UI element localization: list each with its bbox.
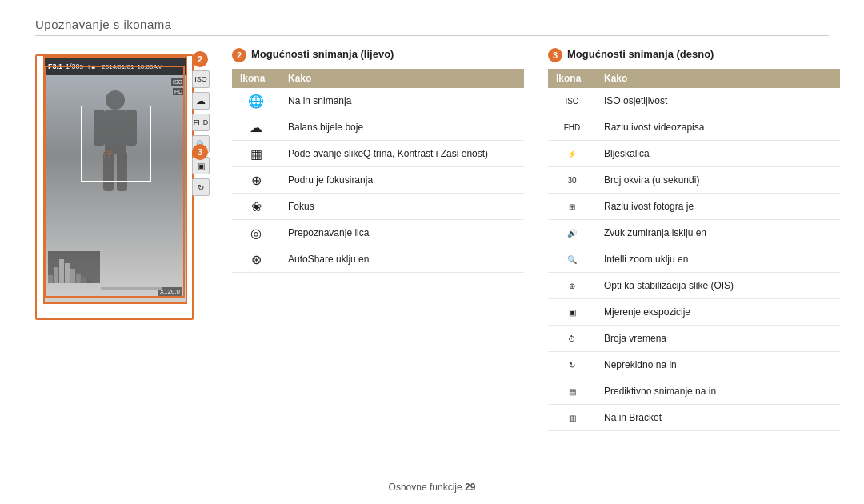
right-label-cell: Razlu ivost fotogra je [596,194,840,220]
left-func-icon: ◎ [245,224,267,242]
right-col-ikona: Ikona [548,69,596,88]
left-icon-cell: ⊕ [232,167,280,194]
right-func-icon: ⊕ [561,277,583,294]
badge-2: 2 [192,51,208,67]
right-label-cell: Zvuk zumiranja isklju en [596,220,840,246]
footer-text: Osnovne funkcije [389,482,462,493]
right-table-row: 30 Broj okvira (u sekundi) [548,167,840,194]
left-label-cell: AutoShare uklju en [280,246,524,273]
right-label-cell: Opti ka stabilizacija slike (OIS) [596,273,840,299]
left-label-cell: Balans bijele boje [280,114,524,141]
left-table-row: ❀ Fokus [232,194,524,220]
top-divider [35,35,829,36]
left-func-icon: ⊛ [245,250,267,268]
right-label-cell: Broja vremena [596,326,840,352]
right-func-icon: ⊞ [561,198,583,215]
left-func-icon: 🌐 [245,92,267,110]
left-func-icon: ▦ [245,145,267,162]
right-table-row: ⏱ Broja vremena [548,326,840,352]
right-icon-cell: ⊕ [548,273,596,299]
left-icon-cell: ▦ [232,141,280,167]
left-table: Ikona Kako 🌐 Na in snimanja ☁ Balans bij… [232,69,524,273]
left-table-row: ⊛ AutoShare uklju en [232,246,524,273]
cam-btn-3[interactable]: FHD [192,114,210,131]
left-icon-cell: ❀ [232,194,280,220]
right-func-icon: ▤ [561,382,583,400]
right-icon-cell: ⏱ [548,326,596,352]
right-label-cell: Intelli zoom uklju en [596,246,840,273]
right-func-icon: ⏱ [561,330,583,347]
footer: Osnovne funkcije 29 [0,482,864,493]
right-func-icon: 30 [561,171,583,189]
right-table-row: FHD Razlu ivost videozapisa [548,114,840,141]
page-title: Upoznavanje s ikonama [35,18,172,31]
left-table-row: ⊕ Podru je fokusiranja [232,167,524,194]
left-label-cell: Prepoznavanje lica [280,220,524,246]
right-label-cell: Neprekidno na in [596,352,840,378]
right-icon-cell: ⚡ [548,141,596,167]
badge-3: 3 [192,144,208,160]
right-func-icon: ↻ [561,356,583,374]
right-label-cell: Razlu ivost videozapisa [596,114,840,141]
left-section-badge: 2 [232,48,246,62]
right-icon-cell: FHD [548,114,596,141]
cam-btn-2[interactable]: ☁ [192,92,210,110]
left-icon-cell: 🌐 [232,88,280,114]
right-icon-cell: 🔊 [548,220,596,246]
right-table: Ikona Kako ISO ISO osjetljivost FHD Razl… [548,69,840,431]
cam-btn-6[interactable]: ↻ [192,178,210,196]
right-icon-cell: 30 [548,167,596,194]
left-table-row: ◎ Prepoznavanje lica [232,220,524,246]
left-table-row: ☁ Balans bijele boje [232,114,524,141]
left-table-section: 2Mogućnosti snimanja (lijevo) Ikona Kako… [232,48,524,472]
right-label-cell: Mjerenje ekspozicije [596,299,840,326]
right-func-icon: ▣ [561,303,583,321]
right-table-row: ⊕ Opti ka stabilizacija slike (OIS) [548,273,840,299]
left-func-icon: ⊕ [245,171,267,189]
left-table-row: 🌐 Na in snimanja [232,88,524,114]
left-icon-cell: ☁ [232,114,280,141]
left-label-cell: Fokus [280,194,524,220]
right-func-icon: FHD [561,118,583,136]
content-area: 2Mogućnosti snimanja (lijevo) Ikona Kako… [232,48,840,472]
right-label-cell: ISO osjetljivost [596,88,840,114]
right-table-section: 3Mogućnosti snimanja (desno) Ikona Kako … [548,48,840,472]
right-label-cell: Bljeskalica [596,141,840,167]
right-section-badge: 3 [548,48,562,62]
right-func-icon: 🔍 [561,250,583,268]
right-icon-cell: ISO [548,88,596,114]
cam-btn-1[interactable]: ISO [192,70,210,88]
left-icon-cell: ⊛ [232,246,280,273]
right-label-cell: Broj okvira (u sekundi) [596,167,840,194]
right-table-row: 🔊 Zvuk zumiranja isklju en [548,220,840,246]
right-table-row: ↻ Neprekidno na in [548,352,840,378]
right-icon-cell: ▣ [548,299,596,326]
right-icon-cell: ↻ [548,352,596,378]
left-label-cell: Pode avanje slikeQ trina, Kontrast i Zas… [280,141,524,167]
left-func-icon: ❀ [245,198,267,215]
right-label-cell: Prediktivno snimanje na in [596,378,840,405]
left-func-icon: ☁ [245,118,267,136]
right-table-row: 🔍 Intelli zoom uklju en [548,246,840,273]
right-table-row: ⊞ Razlu ivost fotogra je [548,194,840,220]
right-label-cell: Na in Bracket [596,405,840,431]
right-icon-cell: ⊞ [548,194,596,220]
footer-page: 29 [465,482,475,493]
camera-inner-bracket [45,66,185,298]
right-table-row: ▤ Prediktivno snimanje na in [548,378,840,405]
right-section-title: 3Mogućnosti snimanja (desno) [548,48,840,62]
right-col-kako: Kako [596,69,840,88]
right-table-row: ▥ Na in Bracket [548,405,840,431]
right-table-row: ⚡ Bljeskalica [548,141,840,167]
right-icon-cell: 🔍 [548,246,596,273]
cam-right-buttons: ISO ☁ FHD 🔍 ▣ ↻ [192,70,210,196]
left-col-kako: Kako [280,69,524,88]
right-func-icon: ▥ [561,409,583,426]
right-icon-cell: ▥ [548,405,596,431]
left-icon-cell: ◎ [232,220,280,246]
right-icon-cell: ▤ [548,378,596,405]
left-label-cell: Podru je fokusiranja [280,167,524,194]
camera-panel: F3.1 1/30s I ■ 2014/01/01 10:00AM ISO HD [35,48,219,440]
left-table-row: ▦ Pode avanje slikeQ trina, Kontrast i Z… [232,141,524,167]
right-func-icon: ISO [561,92,583,110]
